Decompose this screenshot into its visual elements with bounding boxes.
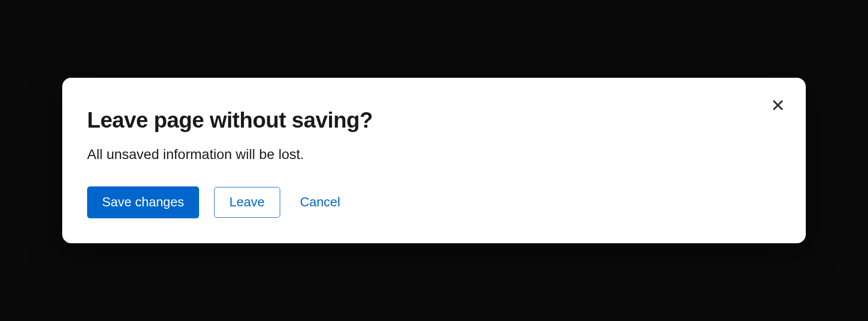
leave-button[interactable]: Leave bbox=[214, 187, 280, 218]
modal-title: Leave page without saving? bbox=[87, 108, 781, 133]
modal-body-text: All unsaved information will be lost. bbox=[87, 147, 781, 162]
save-changes-button[interactable]: Save changes bbox=[87, 186, 199, 218]
close-icon bbox=[772, 99, 784, 113]
cancel-button[interactable]: Cancel bbox=[295, 186, 345, 218]
confirmation-modal: Leave page without saving? All unsaved i… bbox=[62, 78, 806, 243]
modal-actions: Save changes Leave Cancel bbox=[87, 186, 781, 218]
close-button[interactable] bbox=[770, 98, 786, 114]
